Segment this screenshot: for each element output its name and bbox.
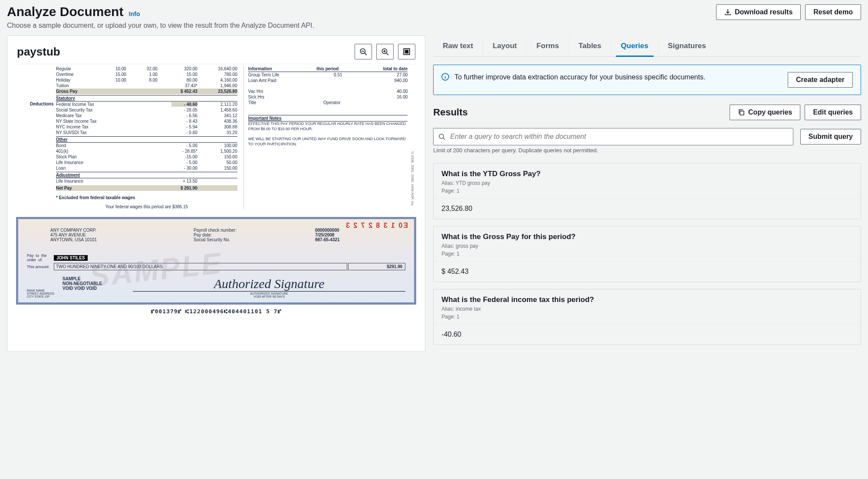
ssn: 987-65-4321 (315, 237, 405, 242)
title-label: Title (248, 100, 256, 105)
result-alias: Alias: income tax (441, 306, 853, 312)
zoom-in-icon (381, 48, 389, 56)
submit-query-button[interactable]: Submit query (800, 129, 861, 144)
adapter-notice: To further improve data extraction accur… (433, 65, 861, 95)
edit-queries-button[interactable]: Edit queries (805, 105, 861, 120)
amount-num: $291.90 (348, 263, 406, 270)
svg-point-6 (439, 134, 444, 138)
pay-to-label: Pay to the order of: (27, 253, 53, 262)
page-title: Analyze Document (7, 4, 123, 19)
svg-rect-3 (405, 50, 408, 53)
search-icon (438, 133, 445, 140)
info-header-label: Information (248, 66, 272, 71)
results-title: Results (433, 107, 467, 118)
edit-queries-label: Edit queries (813, 108, 853, 116)
zoom-out-button[interactable] (355, 44, 372, 59)
copyright-sidemark: ©2008, 2001, 2000, 1999 ADP, Inc. (411, 151, 414, 207)
net-pay-current: $ 291.90 (171, 186, 197, 190)
title-value: Operator (256, 100, 408, 105)
create-adapter-button[interactable]: Create adapter (788, 72, 853, 88)
company-line2: 475 ANY AVENUE (50, 233, 193, 237)
copy-icon (738, 109, 745, 116)
result-question: What is the Federal income tax this peri… (441, 295, 853, 304)
reset-demo-label: Reset demo (813, 8, 853, 16)
document-image[interactable]: ©2008, 2001, 2000, 1999 ADP, Inc. ▼ TEAR… (16, 64, 416, 315)
note-1: EFFECTIVE THIS PAY PERIOD YOUR REGULAR H… (248, 121, 408, 131)
submit-query-label: Submit query (809, 133, 853, 141)
create-adapter-label: Create adapter (796, 76, 845, 84)
gross-pay-label: Gross Pay (56, 89, 95, 94)
zoom-in-button[interactable] (376, 44, 394, 59)
result-page: Page: 1 (441, 251, 853, 257)
results-tabs: Raw textLayoutFormsTablesQueriesSignatur… (433, 36, 861, 57)
tab-layout[interactable]: Layout (483, 36, 526, 56)
result-answer: 23,526.80 (434, 198, 861, 219)
tab-forms[interactable]: Forms (526, 36, 569, 56)
zoom-out-icon (359, 48, 367, 56)
adjustment-label: Adjustment (56, 172, 237, 178)
download-results-button[interactable]: Download results (716, 4, 801, 20)
bank-line1: BANK NAME (27, 289, 62, 292)
result-answer: -40.60 (434, 324, 861, 344)
query-result-card: What is the YTD Gross Pay? Alias: YTD gr… (433, 163, 861, 219)
copy-queries-button[interactable]: Copy queries (730, 105, 800, 120)
bank-line2: STREET ADDRESS (27, 292, 62, 295)
note-2: WE WILL BE STARTING OUR UNITED WAY FUND … (248, 137, 408, 147)
net-pay-label: Net Pay (56, 186, 95, 190)
download-icon (724, 9, 731, 16)
result-alias: Alias: YTD gross pay (441, 180, 853, 186)
result-page: Page: 1 (441, 188, 853, 194)
result-question: What is the Gross Pay for this period? (441, 233, 853, 241)
deductions-label: Deductions (30, 66, 56, 209)
company-line1: ANY COMPANY CORP. (50, 228, 193, 233)
document-label: paystub (17, 45, 60, 59)
query-result-card: What is the Gross Pay for this period? A… (433, 226, 861, 282)
notice-text: To further improve data extraction accur… (454, 72, 705, 82)
fit-icon (403, 48, 411, 56)
signature-label: AUTHORIZED SIGNATURE (250, 292, 288, 295)
gross-pay-ytd: 23,526.80 (211, 89, 237, 94)
tab-signatures[interactable]: Signatures (658, 36, 716, 56)
micr-line: ⑈001379⑈ ⑆122000496⑆404401101 5 7⑈ (16, 308, 416, 315)
info-header-period: this period (316, 66, 339, 71)
bank-line3: CITY STATE ZIP (27, 295, 62, 298)
federal-wages-note: Your federal wages this period are $386.… (56, 204, 237, 209)
result-answer: $ 452.43 (434, 261, 861, 282)
payee-name: JOHN STILES (54, 255, 88, 261)
document-preview-panel: paystub ©2008, 2001, 2000, 1999 ADP, Inc… (7, 36, 425, 352)
info-link[interactable]: Info (129, 10, 140, 17)
result-page: Page: 1 (441, 314, 853, 320)
page-subtitle: Choose a sample document, or upload your… (7, 22, 314, 30)
svg-rect-5 (740, 111, 744, 115)
result-question: What is the YTD Gross Pay? (441, 170, 853, 178)
gross-pay-current: $ 452.43 (171, 89, 197, 94)
important-notes-label: Important Notes (248, 115, 408, 121)
statutory-label: Statutory (56, 95, 237, 102)
tab-tables[interactable]: Tables (569, 36, 611, 56)
reset-demo-button[interactable]: Reset demo (805, 4, 861, 20)
company-line3: ANYTOWN, USA 10101 (50, 237, 193, 242)
info-header-ytd: total to date (383, 66, 408, 71)
pay-date: 7/25/2008 (315, 233, 405, 237)
result-alias: Alias: gross pay (441, 243, 853, 249)
download-results-label: Download results (735, 8, 792, 16)
query-search-input[interactable] (433, 128, 793, 145)
void-after-label: VOID AFTER 90 DAYS (253, 295, 285, 298)
tab-raw text[interactable]: Raw text (433, 36, 483, 56)
other-label: Other (56, 136, 237, 143)
query-limit-text: Limit of 200 characters per query. Dupli… (433, 147, 861, 154)
pay-date-label: Pay date: (194, 233, 314, 237)
ssn-label: Social Security No. (194, 237, 314, 242)
fit-screen-button[interactable] (398, 44, 415, 59)
payroll-num-label: Payroll check number: (194, 228, 314, 233)
check-image: E0 1 3 8 2 7 2 3 SAMPLE ANY COMPANY CORP… (16, 217, 416, 305)
excluded-note: * Excluded from federal taxable wages (56, 195, 237, 200)
tab-queries[interactable]: Queries (611, 36, 658, 56)
query-result-card: What is the Federal income tax this peri… (433, 289, 861, 345)
info-icon (441, 73, 449, 81)
copy-queries-label: Copy queries (748, 108, 792, 116)
check-number-red: E0 1 3 8 2 7 2 3 (345, 222, 408, 230)
amount-label: This amount: (27, 263, 53, 270)
